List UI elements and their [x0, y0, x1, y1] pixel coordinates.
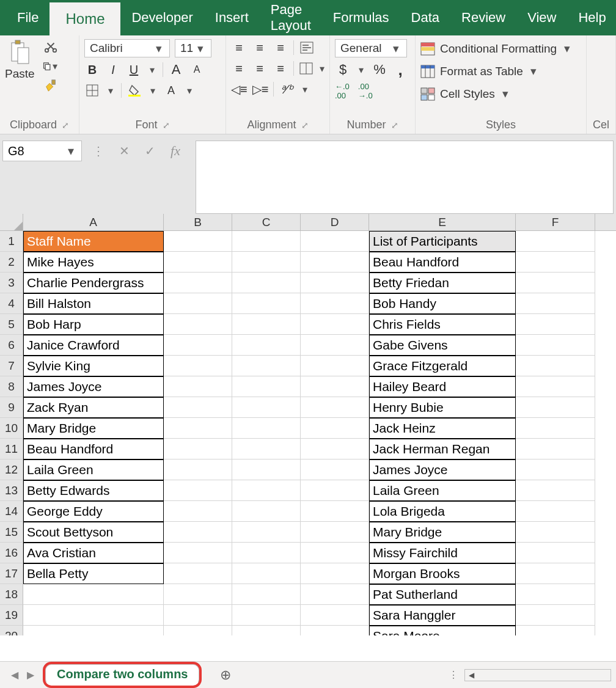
select-all-corner[interactable] [0, 214, 23, 231]
cell[interactable]: Laila Green [23, 459, 164, 480]
column-header-C[interactable]: C [232, 214, 301, 230]
row-header[interactable]: 16 [0, 543, 23, 563]
cell[interactable] [301, 543, 369, 563]
scroll-left-icon[interactable]: ◀ [466, 670, 477, 681]
cell[interactable] [232, 543, 301, 563]
cell[interactable] [164, 376, 232, 397]
cut-icon[interactable] [42, 39, 59, 54]
cell[interactable] [164, 231, 232, 252]
ribbon-tab-file[interactable]: File [6, 0, 50, 35]
cell[interactable]: Mary Bridge [369, 522, 516, 543]
cell[interactable] [232, 418, 301, 439]
row-header[interactable]: 17 [0, 563, 23, 584]
cell[interactable] [516, 293, 595, 314]
ribbon-tab-formulas[interactable]: Formulas [322, 0, 400, 35]
cell[interactable]: Missy Fairchild [369, 543, 516, 563]
cell[interactable] [516, 626, 595, 635]
cell[interactable]: Betty Edwards [23, 480, 164, 501]
wrap-text-button[interactable] [299, 39, 315, 56]
cell[interactable] [516, 480, 595, 501]
cell[interactable] [301, 501, 369, 522]
cell[interactable] [164, 273, 232, 293]
ribbon-tab-review[interactable]: Review [450, 0, 516, 35]
cell[interactable] [164, 293, 232, 314]
cell[interactable]: Mary Bridge [23, 418, 164, 439]
paste-icon[interactable] [8, 39, 31, 66]
cell[interactable] [232, 376, 301, 397]
cell[interactable] [516, 231, 595, 252]
cell[interactable] [301, 584, 369, 605]
cell[interactable] [232, 501, 301, 522]
cell[interactable]: Laila Green [369, 480, 516, 501]
cell[interactable]: Chris Fields [369, 314, 516, 335]
cell[interactable] [301, 397, 369, 418]
number-format-select[interactable]: General▾ [335, 39, 407, 57]
cell[interactable]: Ava Cristian [23, 543, 164, 563]
cell[interactable] [516, 397, 595, 418]
ribbon-tab-help[interactable]: Help [567, 0, 616, 35]
cell[interactable] [516, 439, 595, 459]
cell[interactable]: Bob Harp [23, 314, 164, 335]
column-header-E[interactable]: E [369, 214, 516, 230]
cell[interactable]: Gabe Givens [369, 335, 516, 356]
cell[interactable] [232, 626, 301, 635]
cell[interactable] [23, 584, 164, 605]
cell[interactable]: Bob Handy [369, 293, 516, 314]
row-header[interactable]: 5 [0, 314, 23, 335]
cell[interactable] [516, 356, 595, 376]
cell[interactable] [232, 459, 301, 480]
cell[interactable]: List of Participants [369, 231, 516, 252]
cell[interactable] [301, 314, 369, 335]
align-bottom-button[interactable]: ≡ [273, 39, 288, 56]
cell[interactable]: Sara Moore [369, 626, 516, 635]
row-header[interactable]: 6 [0, 335, 23, 356]
cell[interactable] [516, 459, 595, 480]
row-header[interactable]: 10 [0, 418, 23, 439]
cell[interactable] [301, 376, 369, 397]
horizontal-scrollbar[interactable]: ◀ [464, 669, 611, 681]
tab-scroll-right-icon[interactable]: ▶ [27, 669, 34, 681]
cell[interactable] [164, 584, 232, 605]
ribbon-tab-page-layout[interactable]: Page Layout [260, 0, 322, 35]
cell[interactable] [301, 459, 369, 480]
conditional-formatting-button[interactable]: Conditional Formatting▾ [420, 40, 581, 57]
cell[interactable]: Scout Bettyson [23, 522, 164, 543]
cell[interactable]: Pat Sutherland [369, 584, 516, 605]
cell[interactable]: Mike Hayes [23, 252, 164, 273]
ribbon-tab-view[interactable]: View [516, 0, 567, 35]
ribbon-tab-data[interactable]: Data [400, 0, 450, 35]
shrink-font-button[interactable]: A [189, 61, 205, 78]
row-header[interactable]: 12 [0, 459, 23, 480]
cell[interactable]: Staff Name [23, 231, 164, 252]
cell[interactable] [516, 252, 595, 273]
cell[interactable] [164, 439, 232, 459]
cell[interactable] [301, 335, 369, 356]
cell[interactable] [232, 584, 301, 605]
cell[interactable] [516, 273, 595, 293]
cell[interactable] [164, 480, 232, 501]
cell[interactable]: Lola Brigeda [369, 501, 516, 522]
comma-button[interactable]: , [392, 61, 408, 78]
cell[interactable]: George Eddy [23, 501, 164, 522]
cell[interactable] [301, 439, 369, 459]
align-top-button[interactable]: ≡ [231, 39, 247, 56]
decrease-decimal-button[interactable]: .00→.0 [358, 82, 373, 100]
ribbon-tab-insert[interactable]: Insert [204, 0, 260, 35]
cell[interactable]: Beau Handford [369, 252, 516, 273]
cell[interactable] [516, 418, 595, 439]
cell[interactable] [164, 356, 232, 376]
cell[interactable]: Bill Halston [23, 293, 164, 314]
cell[interactable] [232, 605, 301, 626]
cell[interactable] [164, 563, 232, 584]
row-header[interactable]: 15 [0, 522, 23, 543]
namebox-expand-icon[interactable]: ⋮ [86, 141, 111, 161]
cell[interactable] [164, 459, 232, 480]
column-header-F[interactable]: F [516, 214, 595, 230]
row-header[interactable]: 19 [0, 605, 23, 626]
cell[interactable] [232, 293, 301, 314]
cell[interactable] [164, 397, 232, 418]
cell[interactable] [232, 273, 301, 293]
cell[interactable]: James Joyce [369, 459, 516, 480]
row-header[interactable]: 3 [0, 273, 23, 293]
cell[interactable] [301, 273, 369, 293]
